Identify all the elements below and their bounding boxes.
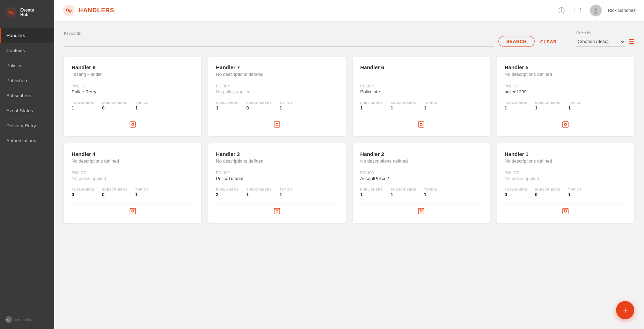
svg-rect-17 xyxy=(563,122,568,127)
events-hub-logo-icon xyxy=(5,6,17,19)
topics-stat: TOPICS 1 xyxy=(424,188,437,197)
topics-value: 1 xyxy=(280,105,293,110)
topics-label: TOPICS xyxy=(135,101,148,105)
card-name: Handler 4 xyxy=(72,151,193,157)
policy-label: POLICY xyxy=(360,171,482,175)
card-stats: PUBLISHERS 2 SUBSCRIBERS 1 TOPICS 1 xyxy=(216,188,338,197)
svg-point-18 xyxy=(564,123,566,126)
handler-card[interactable]: Handler 7 No descriptions defined POLICY… xyxy=(208,57,345,136)
sensedia-label: sensedia. xyxy=(15,317,32,322)
handler-card[interactable]: Handler 6 POLICY Police ste PUBLISHERS 1… xyxy=(353,57,490,136)
order-by-label: Order by xyxy=(576,31,625,35)
subscribers-label: SUBSCRIBERS xyxy=(102,101,127,105)
card-footer xyxy=(72,117,193,130)
card-description: Testing Handler xyxy=(72,72,193,78)
svg-point-30 xyxy=(564,210,566,212)
handler-card[interactable]: Handler 8 Testing Handler POLICY Police-… xyxy=(64,57,201,136)
publishers-value: 1 xyxy=(360,105,383,110)
sidebar-logo-text: EventsHub xyxy=(20,8,34,17)
subscribers-value: 0 xyxy=(102,105,127,110)
clear-button[interactable]: CLEAR xyxy=(539,37,558,47)
subscribers-label: SUBSCRIBERS xyxy=(391,188,416,191)
search-bar: Keywords SEARCH CLEAR Order by Creation … xyxy=(64,31,634,47)
sidebar-item-subscribers[interactable]: Subscribers xyxy=(0,88,54,103)
subscribers-stat: SUBSCRIBERS 1 xyxy=(391,101,416,110)
subscribers-label: SUBSCRIBERS xyxy=(102,188,127,191)
publishers-stat: PUBLISHERS 1 xyxy=(360,188,383,197)
svg-point-5 xyxy=(68,9,69,11)
sidebar-item-handlers[interactable]: Handlers xyxy=(0,28,54,43)
publishers-label: PUBLISHERS xyxy=(72,101,94,105)
card-name: Handler 5 xyxy=(505,64,627,70)
publishers-stat: PUBLISHERS 2 xyxy=(216,188,239,197)
keywords-label: Keywords xyxy=(64,31,494,35)
topics-stat: TOPICS 1 xyxy=(280,101,293,110)
keywords-field: Keywords xyxy=(64,31,494,47)
sidebar-item-event-status[interactable]: Event Status xyxy=(0,103,54,118)
card-stats: PUBLISHERS 0 SUBSCRIBERS 0 TOPICS 1 xyxy=(505,188,627,197)
view-handler-icon[interactable] xyxy=(129,207,137,217)
policy-value: No policy applied xyxy=(216,89,338,95)
topics-label: TOPICS xyxy=(568,188,581,191)
order-by-select[interactable]: Creation (desc) Creation (asc) Name (asc… xyxy=(576,36,625,47)
publishers-label: PUBLISHERS xyxy=(216,101,239,105)
policy-label: POLICY xyxy=(360,84,482,88)
publishers-label: PUBLISHERS xyxy=(505,188,527,191)
view-handler-icon[interactable] xyxy=(417,207,425,217)
sidebar-item-policies[interactable]: Policies xyxy=(0,58,54,73)
card-name: Handler 7 xyxy=(216,64,338,70)
view-handler-icon[interactable] xyxy=(273,121,281,130)
subscribers-label: SUBSCRIBERS xyxy=(535,101,561,105)
handler-card[interactable]: Handler 3 No descriptions defined POLICY… xyxy=(208,143,345,223)
card-description: No descriptions defined xyxy=(505,72,627,78)
topics-stat: TOPICS 1 xyxy=(424,101,437,110)
card-name: Handler 8 xyxy=(72,64,193,70)
subscribers-label: SUBSCRIBERS xyxy=(535,188,561,191)
topics-value: 1 xyxy=(568,192,581,197)
publishers-stat: PUBLISHERS 1 xyxy=(360,101,383,110)
view-handler-icon[interactable] xyxy=(129,121,137,130)
topics-value: 1 xyxy=(424,105,437,110)
search-input[interactable] xyxy=(64,37,494,47)
avatar[interactable] xyxy=(590,5,602,16)
handlers-grid: Handler 8 Testing Handler POLICY Police-… xyxy=(64,57,634,223)
topbar-logo-icon xyxy=(63,4,75,17)
publishers-label: PUBLISHERS xyxy=(505,101,527,105)
card-name: Handler 3 xyxy=(216,151,338,157)
card-description xyxy=(360,72,482,78)
view-handler-icon[interactable] xyxy=(273,207,281,217)
sidebar-item-publishers[interactable]: Publishers xyxy=(0,73,54,88)
svg-point-7 xyxy=(594,11,598,14)
policy-label: POLICY xyxy=(216,84,338,88)
handler-card[interactable]: Handler 4 No descriptions defined POLICY… xyxy=(64,143,201,223)
view-handler-icon[interactable] xyxy=(417,121,425,130)
handler-card[interactable]: Handler 2 No descriptions defined POLICY… xyxy=(353,143,490,223)
search-button[interactable]: SEARCH xyxy=(498,36,535,47)
subscribers-value: 1 xyxy=(391,192,416,197)
handler-card[interactable]: Handler 5 No descriptions defined POLICY… xyxy=(497,57,634,136)
sidebar-item-contexts[interactable]: Contexts xyxy=(0,43,54,58)
subscribers-label: SUBSCRIBERS xyxy=(391,101,416,105)
topbar: HANDLERS ⓘ ⋮⋮ Rick Sanchez xyxy=(54,0,644,21)
card-stats: PUBLISHERS 0 SUBSCRIBERS 0 TOPICS 1 xyxy=(72,188,193,197)
handler-card[interactable]: Handler 1 No descriptions defined POLICY… xyxy=(497,143,634,223)
help-icon[interactable]: ⓘ xyxy=(558,6,565,15)
publishers-label: PUBLISHERS xyxy=(216,188,239,191)
card-footer xyxy=(505,203,627,217)
list-view-icon[interactable]: ☰ xyxy=(629,38,634,45)
grid-icon[interactable]: ⋮⋮ xyxy=(571,7,584,14)
view-handler-icon[interactable] xyxy=(562,207,569,217)
sidebar-item-delivery-retry[interactable]: Delivery Retry xyxy=(0,118,54,133)
svg-rect-20 xyxy=(130,208,136,214)
subscribers-stat: SUBSCRIBERS 1 xyxy=(391,188,416,197)
policy-value: AcceptPolice2 xyxy=(360,176,482,182)
policy-value: PoliceTutorial xyxy=(216,176,338,182)
publishers-stat: PUBLISHERS 1 xyxy=(505,101,527,110)
svg-rect-29 xyxy=(563,208,568,214)
card-name: Handler 6 xyxy=(360,64,482,70)
sidebar-item-authorizations[interactable]: Authorizations xyxy=(0,133,54,148)
view-handler-icon[interactable] xyxy=(562,121,569,130)
subscribers-label: SUBSCRIBERS xyxy=(246,101,272,105)
add-handler-button[interactable]: + xyxy=(616,301,634,319)
publishers-value: 0 xyxy=(72,192,94,197)
